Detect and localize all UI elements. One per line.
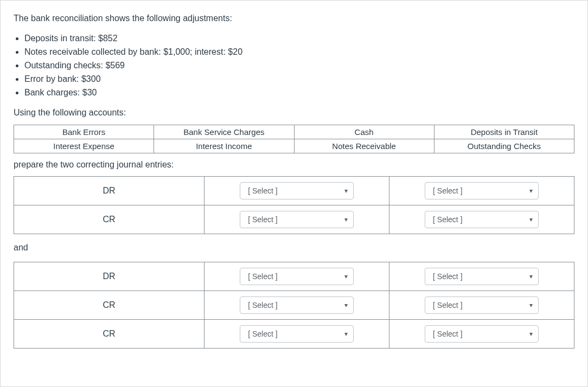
select-placeholder: [ Select ]	[433, 215, 462, 224]
drcr-label: DR	[103, 272, 116, 281]
account-cell: Outstanding Checks	[434, 139, 574, 153]
prepare-label: prepare the two correcting journal entri…	[14, 159, 574, 171]
accounts-table: Bank Errors Bank Service Charges Cash De…	[14, 125, 574, 153]
journal-table-1: DR [ Select ] ▾ [ Select ] ▾ CR [ Select…	[14, 176, 574, 234]
account-cell: Interest Income	[154, 139, 294, 153]
chevron-down-icon: ▾	[344, 273, 348, 280]
select-placeholder: [ Select ]	[248, 272, 277, 281]
question-container: The bank reconciliation shows the follow…	[0, 0, 588, 387]
journal-table-2: DR [ Select ] ▾ [ Select ] ▾ CR [ Select…	[14, 262, 574, 349]
amount-select[interactable]: [ Select ] ▾	[425, 268, 539, 285]
list-item: Notes receivable collected by bank: $1,0…	[24, 46, 574, 59]
intro-text: The bank reconciliation shows the follow…	[14, 12, 574, 24]
drcr-label: CR	[103, 215, 116, 224]
account-cell: Interest Expense	[14, 139, 154, 153]
adjustment-list: Deposits in transit: $852 Notes receivab…	[14, 32, 574, 99]
account-select[interactable]: [ Select ] ▾	[240, 296, 354, 314]
table-row: CR [ Select ] ▾ [ Select ] ▾	[14, 291, 574, 319]
chevron-down-icon: ▾	[344, 187, 348, 195]
table-row: CR [ Select ] ▾ [ Select ] ▾	[14, 205, 574, 234]
account-cell: Deposits in Transit	[434, 125, 574, 139]
select-placeholder: [ Select ]	[248, 186, 277, 195]
select-placeholder: [ Select ]	[248, 330, 277, 338]
account-select[interactable]: [ Select ] ▾	[240, 182, 354, 199]
amount-select[interactable]: [ Select ] ▾	[425, 211, 539, 228]
chevron-down-icon: ▾	[344, 301, 348, 309]
select-placeholder: [ Select ]	[433, 272, 462, 281]
select-placeholder: [ Select ]	[248, 301, 277, 309]
drcr-label: CR	[103, 300, 116, 309]
table-row: CR [ Select ] ▾ [ Select ] ▾	[14, 319, 574, 348]
select-placeholder: [ Select ]	[433, 186, 462, 195]
account-cell: Bank Service Charges	[154, 125, 294, 139]
table-row: DR [ Select ] ▾ [ Select ] ▾	[14, 262, 574, 291]
select-placeholder: [ Select ]	[433, 301, 462, 309]
chevron-down-icon: ▾	[529, 187, 533, 195]
table-row: DR [ Select ] ▾ [ Select ] ▾	[14, 177, 574, 205]
chevron-down-icon: ▾	[344, 330, 348, 338]
chevron-down-icon: ▾	[344, 216, 348, 223]
list-item: Outstanding checks: $569	[24, 59, 574, 73]
using-accounts-label: Using the following accounts:	[14, 107, 574, 119]
amount-select[interactable]: [ Select ] ▾	[425, 296, 539, 314]
list-item: Deposits in transit: $852	[24, 32, 574, 46]
drcr-label: DR	[103, 186, 116, 195]
and-label: and	[14, 242, 574, 254]
chevron-down-icon: ▾	[529, 273, 533, 280]
account-cell: Cash	[294, 125, 434, 139]
account-select[interactable]: [ Select ] ▾	[240, 268, 354, 285]
account-cell: Bank Errors	[14, 125, 154, 139]
drcr-label: CR	[103, 329, 116, 338]
account-cell: Notes Receivable	[294, 139, 434, 153]
account-select[interactable]: [ Select ] ▾	[240, 325, 354, 343]
amount-select[interactable]: [ Select ] ▾	[425, 182, 539, 199]
list-item: Error by bank: $300	[24, 73, 574, 86]
chevron-down-icon: ▾	[529, 216, 533, 223]
select-placeholder: [ Select ]	[433, 330, 462, 338]
chevron-down-icon: ▾	[529, 301, 533, 309]
amount-select[interactable]: [ Select ] ▾	[425, 325, 539, 343]
chevron-down-icon: ▾	[529, 330, 533, 338]
select-placeholder: [ Select ]	[248, 215, 277, 224]
list-item: Bank charges: $30	[24, 86, 574, 100]
account-select[interactable]: [ Select ] ▾	[240, 211, 354, 228]
